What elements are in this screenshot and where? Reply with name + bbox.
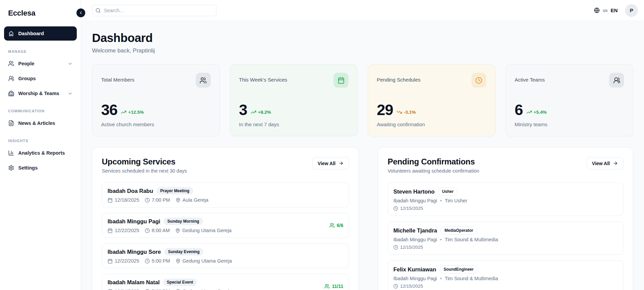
sidebar-section-communication: COMMUNICATION (4, 109, 77, 113)
service-item[interactable]: Ibadah Malam Natal Special Event 12/24/2… (102, 274, 349, 290)
service-date: 12/18/2025 (115, 197, 139, 203)
confirmation-service: Ibadah Minggu Pagi (393, 237, 437, 242)
service-time: 7:00 PM (152, 197, 170, 203)
volunteer-count: 6/6 (325, 223, 343, 228)
users-icon (324, 284, 330, 289)
map-pin-icon (176, 198, 181, 203)
sidebar-item-label: Analytics & Reports (18, 150, 65, 156)
clock-icon (145, 198, 150, 203)
stat-trend: -3.1% (396, 109, 416, 115)
stat-label: Total Members (101, 73, 134, 83)
language-switcher[interactable]: us EN (594, 7, 618, 13)
sidebar-item-groups[interactable]: Groups (4, 72, 77, 85)
service-type-badge: Sunday Evening (164, 248, 203, 255)
clock-icon (475, 77, 482, 84)
users-icon (8, 61, 14, 67)
confirmation-item[interactable]: Steven Hartono Usher Ibadah Minggu Pagi … (388, 182, 623, 216)
service-item[interactable]: Ibadah Doa Rabu Prayer Meeting 12/18/202… (102, 182, 349, 207)
stat-card-pending-schedules: Pending Schedules 29 -3.1% Awaiting conf… (368, 64, 496, 136)
sidebar: Ecclesa Dashboard MANAGE People Groups W… (0, 0, 81, 290)
stat-subtext: Ministry teams (515, 121, 624, 127)
dot-separator: • (440, 276, 442, 281)
confirmation-item[interactable]: Felix Kurniawan SoundEngineer Ibadah Min… (388, 260, 623, 290)
confirmation-date: 12/15/2025 (400, 284, 423, 289)
sidebar-item-settings[interactable]: Settings (4, 161, 77, 175)
stat-cards: Total Members 36 +12.5% Active church me… (92, 64, 633, 136)
file-text-icon (8, 120, 14, 126)
sidebar-item-label: Worship & Teams (18, 91, 59, 96)
upcoming-view-all-button[interactable]: View All (312, 157, 349, 170)
service-item[interactable]: Ibadah Minggu Sore Sunday Evening 12/22/… (102, 243, 349, 268)
service-name: Ibadah Doa Rabu (108, 188, 153, 194)
service-item[interactable]: Ibadah Minggu Pagi Sunday Morning 12/22/… (102, 213, 349, 238)
chevron-left-icon (78, 10, 83, 15)
sidebar-section-manage: MANAGE (4, 49, 77, 53)
sidebar-section-insights: INSIGHTS (4, 139, 77, 143)
clock-icon (393, 284, 398, 289)
confirmation-item[interactable]: Michelle Tjandra MediaOperator Ibadah Mi… (388, 221, 623, 255)
avatar[interactable]: P (625, 4, 638, 17)
stat-value: 6 (515, 101, 523, 119)
arrow-right-icon (613, 161, 618, 166)
dot-separator: • (440, 198, 442, 203)
service-name: Ibadah Malam Natal (108, 279, 160, 286)
service-location: Gedung Utama Gereja (182, 228, 232, 233)
avatar-initial: P (630, 7, 633, 13)
panel-subtitle: Volunteers awaiting schedule confirmatio… (388, 168, 479, 174)
globe-icon (594, 7, 600, 13)
sidebar-item-worship-teams[interactable]: Worship & Teams (4, 87, 77, 100)
stat-card-total-members: Total Members 36 +12.5% Active church me… (92, 64, 220, 136)
service-type-badge: Special Event (163, 278, 197, 286)
service-time: 5:00 PM (152, 258, 170, 264)
stat-label: Active Teams (515, 73, 545, 83)
locale-code: us (603, 8, 607, 13)
trending-up-icon (251, 109, 256, 115)
stat-label: Pending Schedules (377, 73, 420, 83)
confirmation-date: 12/15/2025 (400, 245, 423, 250)
trending-down-icon (396, 109, 402, 115)
role-badge: MediaOperator (440, 226, 477, 235)
pending-view-all-button[interactable]: View All (586, 157, 623, 170)
search-input[interactable] (92, 5, 216, 16)
service-location: Gedung Utama Gereja (183, 258, 232, 264)
main-content: Dashboard Welcome back, Praptinlij Total… (81, 21, 644, 290)
welcome-message: Welcome back, Praptinlij (92, 47, 633, 54)
users-icon (329, 223, 335, 228)
sidebar-item-people[interactable]: People (4, 57, 77, 70)
sidebar-item-label: People (18, 61, 34, 66)
sidebar-collapse-button[interactable] (76, 8, 85, 17)
stat-label: This Week's Services (239, 73, 288, 83)
confirmation-service: Ibadah Minggu Pagi (393, 276, 437, 281)
volunteer-name: Michelle Tjandra (393, 227, 437, 234)
stat-iconbox (334, 73, 348, 88)
stat-trend: +8.2% (251, 109, 271, 115)
panel-title: Upcoming Services (102, 157, 187, 166)
sidebar-item-dashboard[interactable]: Dashboard (4, 26, 77, 41)
confirmation-team: Tim Sound & Multimedia (445, 276, 498, 281)
sidebar-item-label: Dashboard (18, 31, 44, 36)
bar-chart-icon (8, 150, 14, 156)
map-pin-icon (175, 228, 180, 233)
volunteer-name: Steven Hartono (393, 188, 435, 195)
clock-icon (145, 289, 150, 290)
panel-subtitle: Services scheduled in the next 30 days (102, 168, 187, 174)
search-box (92, 5, 216, 16)
pending-confirmations-panel: Pending Confirmations Volunteers awaitin… (378, 147, 633, 290)
calendar-icon (108, 198, 113, 203)
sidebar-item-news-articles[interactable]: News & Articles (4, 116, 77, 130)
dot-separator: • (440, 237, 442, 242)
service-date: 12/22/2025 (115, 228, 139, 233)
role-badge: SoundEngineer (440, 265, 478, 273)
chevron-down-icon (68, 61, 73, 66)
service-location: Gedung Utama Gereja (183, 289, 232, 290)
sidebar-item-analytics-reports[interactable]: Analytics & Reports (4, 146, 77, 160)
calendar-icon (108, 228, 113, 233)
stat-value: 3 (239, 101, 247, 119)
upcoming-services-panel: Upcoming Services Services scheduled in … (92, 147, 359, 290)
sidebar-nav: Dashboard MANAGE People Groups Worship &… (4, 26, 77, 175)
gear-icon (8, 165, 14, 171)
service-date: 12/22/2025 (115, 258, 139, 264)
calendar-icon (108, 259, 113, 264)
service-type-badge: Sunday Morning (164, 218, 203, 225)
service-time: 7:00 PM (152, 289, 170, 290)
